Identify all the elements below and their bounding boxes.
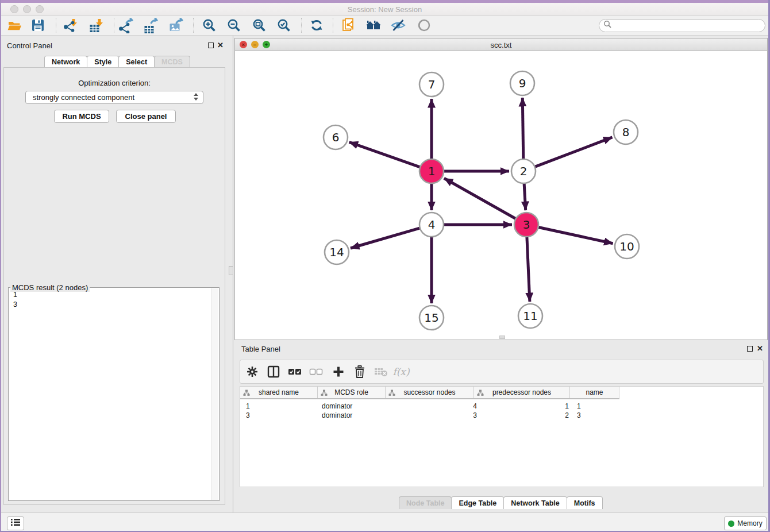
graph-node-8[interactable]: 8 (614, 120, 638, 144)
tab-mcds[interactable]: MCDS (154, 56, 190, 68)
graph-edge-1-6[interactable] (349, 142, 422, 167)
select-all-checkboxes-icon[interactable] (287, 364, 302, 379)
control-panel-title: Control Panel (7, 41, 52, 50)
graph-edge-3-1[interactable] (444, 178, 517, 219)
search-field[interactable] (599, 19, 765, 32)
graph-edge-2-9[interactable] (522, 98, 523, 160)
result-scrollbar[interactable] (211, 288, 218, 500)
delete-table-icon (374, 364, 388, 379)
run-mcds-button[interactable]: Run MCDS (54, 110, 109, 123)
svg-text:7: 7 (428, 78, 436, 91)
table-panel-title: Table Panel (241, 345, 280, 353)
graph-node-11[interactable]: 11 (518, 304, 542, 328)
graph-node-9[interactable]: 9 (510, 71, 534, 95)
memory-status-icon (728, 521, 734, 527)
log-console-button[interactable] (7, 516, 24, 530)
column-header-successor-nodes[interactable]: successor nodes (386, 387, 474, 398)
zoom-out-icon[interactable] (224, 17, 244, 34)
add-column-icon[interactable] (331, 364, 346, 379)
network-canvas[interactable]: 7968124314101511 (235, 51, 767, 340)
control-panel-close-icon[interactable]: ✕ (217, 41, 224, 49)
eye-slash-icon[interactable] (388, 17, 409, 34)
tab-motifs[interactable]: Motifs (567, 496, 603, 509)
toolbar-separator (193, 18, 194, 33)
graph-node-3[interactable]: 3 (514, 213, 538, 237)
table-panel-tabs: Node Table Edge Table Network Table Moti… (399, 496, 602, 509)
svg-text:9: 9 (519, 76, 526, 90)
columns-icon[interactable] (266, 364, 281, 379)
import-network-icon[interactable] (60, 17, 80, 34)
mcds-result-text[interactable]: 1 3 (13, 290, 17, 310)
import-table-icon[interactable] (86, 17, 106, 34)
table-row[interactable]: 1 dominator 4 1 1 (240, 402, 764, 411)
memory-button[interactable]: Memory (724, 516, 767, 530)
svg-text:14: 14 (329, 245, 344, 259)
control-panel-float-icon[interactable] (208, 43, 214, 48)
tab-style[interactable]: Style (87, 56, 119, 68)
tab-select[interactable]: Select (118, 56, 155, 68)
graph-node-4[interactable]: 4 (419, 213, 444, 237)
network-view-window: × − + scc.txt 7968124314101511 (234, 38, 768, 340)
graph-node-7[interactable]: 7 (419, 72, 444, 97)
tab-network[interactable]: Network (44, 56, 87, 68)
houses-icon[interactable] (363, 17, 384, 34)
graph-edge-2-3[interactable] (524, 182, 526, 210)
optimization-criterion-select[interactable]: strongly connected component (25, 91, 203, 104)
table-toolbar: f(x) (240, 360, 764, 384)
graph-edge-3-10[interactable] (537, 227, 613, 244)
mcds-result-group: 1 3 (8, 287, 220, 501)
graph-edge-3-11[interactable] (527, 236, 530, 302)
select-stepper-icon (194, 93, 198, 101)
zoom-in-icon[interactable] (199, 17, 220, 34)
export-table-icon[interactable] (141, 17, 161, 34)
graph-node-10[interactable]: 10 (615, 234, 639, 259)
column-header-name[interactable]: name (570, 387, 619, 398)
tab-network-table[interactable]: Network Table (503, 496, 567, 509)
graph-node-15[interactable]: 15 (419, 306, 444, 330)
svg-text:15: 15 (424, 311, 438, 325)
table-panel-float-icon[interactable] (747, 346, 753, 352)
search-icon (603, 20, 612, 31)
export-image-icon[interactable] (166, 17, 187, 34)
zoom-fit-icon[interactable] (249, 17, 270, 34)
optimization-criterion-label: Optimization criterion: (3, 79, 225, 87)
node-table: shared name MCDS role successor nodes pr… (240, 386, 764, 487)
graph-node-6[interactable]: 6 (324, 125, 348, 149)
export-network-icon[interactable] (116, 17, 137, 34)
graph-edge-4-14[interactable] (351, 228, 421, 248)
tab-node-table[interactable]: Node Table (399, 496, 452, 509)
column-header-mcds-role[interactable]: MCDS role (318, 387, 386, 398)
memory-label: Memory (737, 519, 762, 527)
panel-divider-grip[interactable] (229, 266, 233, 275)
open-session-icon[interactable] (5, 17, 25, 34)
delete-column-icon[interactable] (352, 364, 367, 379)
status-bar: Memory (1, 512, 768, 531)
zoom-selected-icon[interactable] (274, 17, 294, 34)
toolbar-separator (333, 18, 333, 33)
clone-network-icon[interactable] (338, 17, 359, 34)
gear-icon[interactable] (245, 364, 260, 379)
tab-edge-table[interactable]: Edge Table (451, 496, 504, 509)
eye-icon[interactable] (414, 17, 434, 34)
window-frame-left (0, 0, 1, 532)
svg-text:11: 11 (523, 309, 537, 323)
deselect-all-checkboxes-icon[interactable] (309, 364, 324, 379)
column-header-predecessor-nodes[interactable]: predecessor nodes (474, 387, 570, 398)
svg-text:8: 8 (622, 125, 630, 139)
graph-edge-2-8[interactable] (534, 137, 613, 167)
graph-node-2[interactable]: 2 (511, 159, 536, 183)
graph-node-14[interactable]: 14 (325, 240, 349, 264)
table-row[interactable]: 3 dominator 3 2 3 (240, 411, 764, 421)
network-scroll-grip[interactable] (499, 336, 505, 339)
selected-option: strongly connected component (33, 93, 134, 102)
graph-node-1[interactable]: 1 (419, 159, 444, 183)
close-panel-button[interactable]: Close panel (116, 110, 176, 123)
refresh-icon[interactable] (306, 17, 327, 34)
save-session-icon[interactable] (28, 17, 48, 34)
list-icon (10, 518, 21, 529)
toolbar-separator (56, 18, 56, 33)
column-header-shared-name[interactable]: shared name (240, 387, 318, 398)
table-panel-close-icon[interactable]: ✕ (757, 344, 763, 353)
app-title: Session: New Session (1, 5, 768, 14)
search-input[interactable] (615, 22, 765, 30)
